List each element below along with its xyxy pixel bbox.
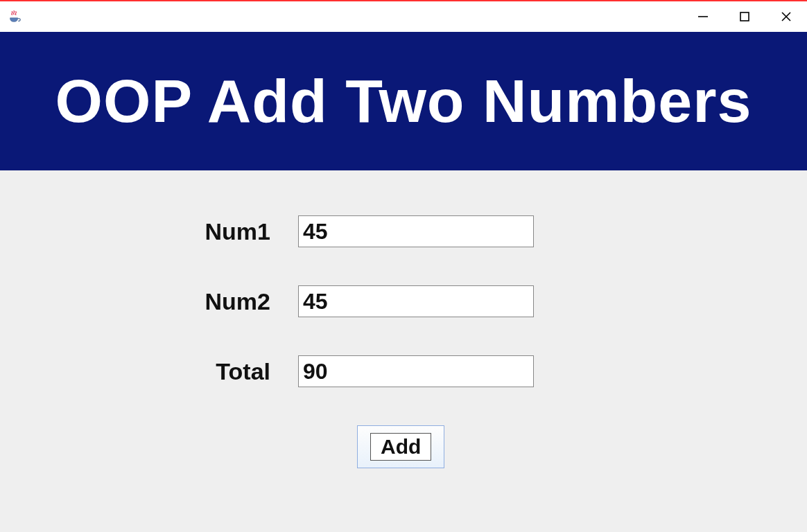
titlebar-left <box>7 9 22 24</box>
minimize-icon <box>697 10 709 23</box>
form: Num1 Num2 Total Add <box>159 215 575 468</box>
num1-row: Num1 <box>159 215 575 247</box>
app-window: OOP Add Two Numbers Num1 Num2 Total Add <box>0 0 807 532</box>
add-button-label: Add <box>370 433 431 461</box>
num1-label: Num1 <box>159 218 298 245</box>
titlebar <box>0 1 807 32</box>
num1-input[interactable] <box>298 215 534 247</box>
num2-row: Num2 <box>159 285 575 317</box>
total-input[interactable] <box>298 355 534 387</box>
close-icon <box>780 10 792 23</box>
close-button[interactable] <box>765 1 807 32</box>
total-label: Total <box>159 358 298 385</box>
java-cup-icon <box>7 9 22 24</box>
maximize-icon <box>738 10 751 23</box>
num2-input[interactable] <box>298 285 534 317</box>
button-row: Add <box>159 425 575 468</box>
header-banner: OOP Add Two Numbers <box>0 32 807 170</box>
num2-label: Num2 <box>159 288 298 315</box>
svg-rect-1 <box>740 12 749 21</box>
page-title: OOP Add Two Numbers <box>55 66 752 136</box>
content-panel: Num1 Num2 Total Add <box>0 170 807 532</box>
maximize-button[interactable] <box>724 1 765 32</box>
minimize-button[interactable] <box>682 1 724 32</box>
add-button[interactable]: Add <box>357 425 444 468</box>
window-controls <box>682 1 807 32</box>
total-row: Total <box>159 355 575 387</box>
